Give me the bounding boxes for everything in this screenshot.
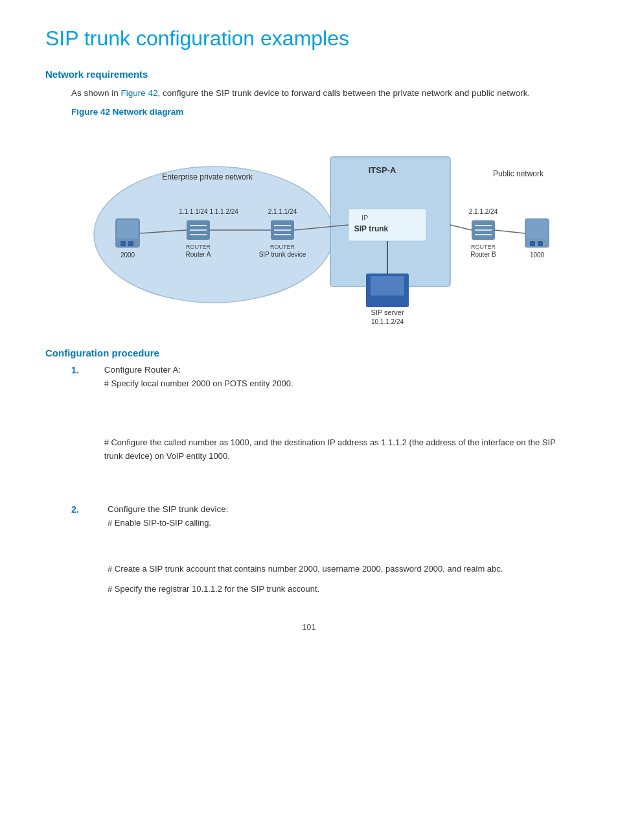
- sip-trunk-ip: 2.1.1.1/24: [268, 208, 297, 215]
- router-b-label: Router B: [470, 251, 496, 258]
- svg-rect-1: [117, 220, 138, 239]
- line-itsp-routerb: [450, 225, 472, 230]
- phone-right-label: 1000: [530, 251, 545, 259]
- config-list: 1. Configure Router A: # Specify local n…: [71, 365, 573, 603]
- step-2-number: 2.: [71, 504, 89, 515]
- sip-server-label: SIP server: [371, 309, 404, 316]
- svg-rect-19: [538, 241, 543, 246]
- public-network-label: Public network: [493, 169, 544, 178]
- router-b-icon: ROUTER Router B: [470, 220, 496, 258]
- step-2-substep-3: # Specify the registrar 10.1.1.2 for the…: [108, 583, 503, 596]
- router-a-label: Router A: [186, 251, 211, 258]
- sip-server-ip: 10.1.1.2/24: [371, 318, 404, 325]
- sip-trunk-box-label: SIP trunk: [354, 224, 389, 233]
- enterprise-label: Enterprise private network: [162, 172, 253, 181]
- network-requirements-section: Network requirements As shown in Figure …: [45, 69, 573, 332]
- svg-rect-18: [530, 241, 535, 246]
- configuration-procedure-section: Configuration procedure 1. Configure Rou…: [45, 347, 573, 603]
- config-step-2: 2. Configure the SIP trunk device: # Ena…: [71, 504, 573, 602]
- sip-server-screen: [371, 276, 404, 296]
- router-a-icon: ROUTER Router A: [186, 220, 211, 258]
- figure-42-link[interactable]: Figure 42: [121, 88, 158, 98]
- sip-device-text: ROUTER: [270, 244, 295, 250]
- phone-right-icon: 1000: [525, 218, 549, 259]
- router-b-ip: 2.1.1.2/24: [469, 208, 498, 215]
- network-diagram: Enterprise private network ITSP-A Public…: [71, 124, 573, 332]
- spacer-3: [108, 537, 503, 563]
- diagram-svg: Enterprise private network ITSP-A Public…: [71, 124, 583, 332]
- router-text: ROUTER: [186, 244, 211, 250]
- step-2-title: Configure the SIP trunk device:: [108, 504, 503, 514]
- step-2-substep-1: # Enable SIP-to-SIP calling.: [108, 517, 503, 530]
- network-requirements-body: As shown in Figure 42, configure the SIP…: [71, 86, 573, 100]
- network-requirements-heading: Network requirements: [45, 69, 573, 80]
- step-1-title: Configure Router A:: [104, 365, 573, 375]
- config-step-1: 1. Configure Router A: # Specify local n…: [71, 365, 573, 495]
- step-1-substep-1: # Specify local number 2000 on POTS enti…: [104, 377, 573, 391]
- phone-left-label: 2000: [120, 251, 135, 259]
- routerb-text: ROUTER: [471, 244, 496, 250]
- step-1-substep-2: # Configure the called number as 1000, a…: [104, 436, 573, 463]
- figure-caption: Figure 42 Network diagram: [71, 107, 573, 117]
- router-a-ip1: 1.1.1.1/24 1.1.1.2/24: [179, 208, 238, 215]
- page-number: 101: [45, 622, 573, 632]
- step-2-content: Configure the SIP trunk device: # Enable…: [108, 504, 503, 602]
- step-1-content: Configure Router A: # Specify local numb…: [104, 365, 573, 495]
- itsp-label: ITSP-A: [369, 165, 396, 175]
- ip-label: IP: [361, 214, 368, 222]
- sip-trunk-device-label: SIP trunk device: [259, 251, 306, 258]
- step-1-number: 1.: [71, 365, 86, 375]
- svg-rect-3: [128, 241, 133, 246]
- config-procedure-heading: Configuration procedure: [45, 347, 573, 358]
- spacer-1: [104, 397, 573, 436]
- line-routerb-phone: [495, 230, 525, 233]
- page-title: SIP trunk configuration examples: [45, 26, 573, 51]
- svg-rect-2: [120, 241, 126, 246]
- spacer-2: [104, 469, 573, 495]
- step-2-substep-2: # Create a SIP trunk account that contai…: [108, 563, 503, 576]
- svg-rect-17: [527, 220, 547, 239]
